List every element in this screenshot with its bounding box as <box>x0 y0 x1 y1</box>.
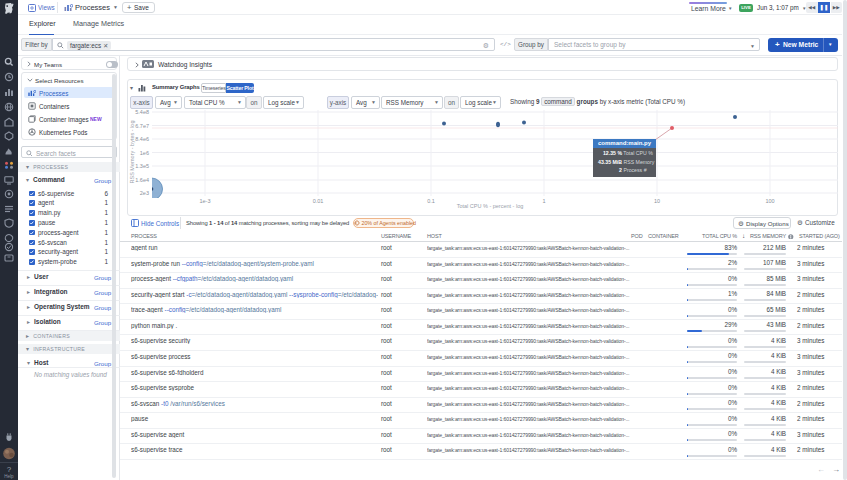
svg-text:0.1: 0.1 <box>427 198 435 204</box>
svg-text:100: 100 <box>765 198 774 204</box>
svg-text:1: 1 <box>542 198 545 204</box>
svg-text:Total CPU % - percent - log: Total CPU % - percent - log <box>457 203 524 209</box>
svg-text:6.7e7: 6.7e7 <box>135 123 149 129</box>
svg-text:10: 10 <box>654 198 660 204</box>
svg-text:0.01: 0.01 <box>313 198 324 204</box>
svg-text:1e6: 1e6 <box>140 150 149 156</box>
svg-text:RSS Memory - bytes - log: RSS Memory - bytes - log <box>129 121 135 184</box>
svg-text:1e-3: 1e-3 <box>199 198 210 204</box>
svg-text:5.4e8: 5.4e8 <box>135 109 149 115</box>
svg-text:8.4e6: 8.4e6 <box>135 136 149 142</box>
svg-text:1.3e5: 1.3e5 <box>135 163 149 169</box>
svg-text:2e3: 2e3 <box>140 190 149 196</box>
svg-text:1.6e4: 1.6e4 <box>135 177 149 183</box>
